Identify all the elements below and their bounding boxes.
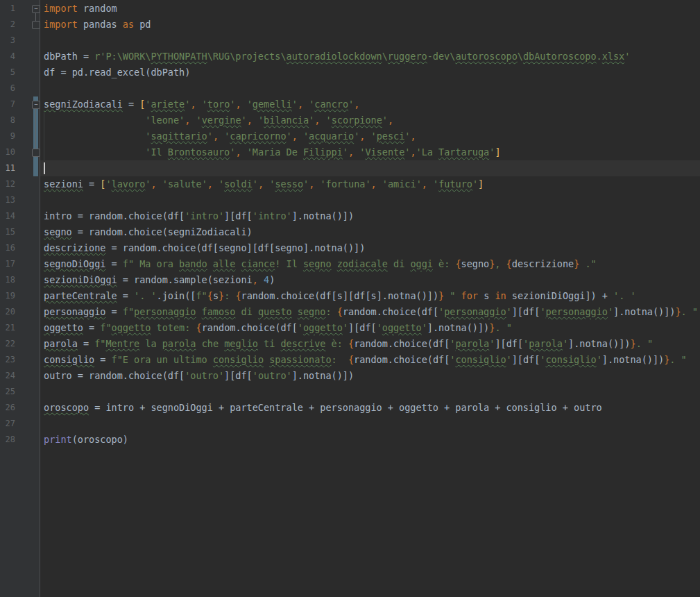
code-line[interactable]: 28print(oroscopo) xyxy=(0,432,700,448)
code-line[interactable]: 16descrizione = random.choice(df[segno][… xyxy=(0,240,700,256)
code-line[interactable]: 1import random xyxy=(0,1,700,17)
code-line[interactable]: 6 xyxy=(0,81,700,96)
code-token: sezioniDiOggi xyxy=(44,274,117,285)
code-token: consiglio xyxy=(545,354,596,365)
code-token: ' xyxy=(219,178,224,190)
code-line[interactable]: 4dbPath = r'P:\WORK\PYTHONPATH\RUG\proje… xyxy=(0,49,700,65)
code-token: random.choice(df[ xyxy=(354,354,450,365)
code-token: , xyxy=(309,178,320,190)
code-token xyxy=(196,306,201,317)
code-text: print(oroscopo) xyxy=(44,432,128,448)
code-line[interactable]: 14intro = random.choice(df['intro'][df['… xyxy=(0,208,700,224)
code-text: 'sagittario', 'capricorno', 'acquario', … xyxy=(44,128,416,144)
code-line[interactable]: 22parola = f"Mentre la parola che meglio… xyxy=(0,336,700,352)
code-line[interactable]: 17segnoDiOggi = f" Ma ora bando alle cia… xyxy=(0,256,700,272)
code-token: bilancia xyxy=(264,115,309,126)
code-token: xlsx xyxy=(602,51,625,62)
code-token: segniZodiacali xyxy=(44,99,123,110)
code-line[interactable]: 9 'sagittario', 'capricorno', 'acquario'… xyxy=(0,128,700,144)
fold-end-icon[interactable] xyxy=(32,149,40,157)
code-token: , xyxy=(410,146,416,158)
code-token: (oroscopo) xyxy=(72,434,128,445)
code-text: outro = random.choice(df['outro'][df['ou… xyxy=(44,368,354,384)
code-token: = random.choice(df[segno][df[segno].notn… xyxy=(105,242,365,253)
code-token: ' xyxy=(326,115,332,126)
vcs-change-marker[interactable] xyxy=(33,160,38,176)
code-token: Filippi xyxy=(303,146,343,158)
code-line[interactable]: 11 xyxy=(0,160,700,176)
code-line[interactable]: 8 'leone', 'vergine', 'bilancia', 'scorp… xyxy=(0,112,700,128)
code-token: ti xyxy=(258,338,281,349)
code-line[interactable]: 5df = pd.read_excel(dbPath) xyxy=(0,65,700,81)
code-line[interactable]: 26oroscopo = intro + segnoDiOggi + parte… xyxy=(0,400,700,416)
code-text: sezioniDiOggi = random.sample(sezioni, 4… xyxy=(44,272,275,288)
line-number: 13 xyxy=(0,192,15,208)
code-token: ." xyxy=(579,258,596,269)
code-line[interactable]: 20personaggio = f"personaggio famoso di … xyxy=(0,304,700,320)
code-token: è: xyxy=(433,258,456,269)
code-token: as xyxy=(123,19,134,30)
code-line[interactable]: 18sezioniDiOggi = random.sample(sezioni,… xyxy=(0,272,700,288)
code-line[interactable]: 19parteCentrale = '. '.join([f"{s}: {ran… xyxy=(0,288,700,304)
code-line[interactable]: 13 xyxy=(0,192,700,208)
code-line[interactable]: 12sezioni = ['lavoro', 'salute', 'soldi'… xyxy=(0,176,700,192)
code-token: autoradiolockdown xyxy=(287,51,382,62)
code-token: ] xyxy=(478,178,484,190)
code-token: ][df[ xyxy=(224,210,253,221)
code-token: ruggero xyxy=(388,51,427,62)
code-token: 'salute' xyxy=(162,178,207,190)
code-token: { xyxy=(348,338,354,349)
code-token xyxy=(207,258,213,269)
code-token: sesso xyxy=(275,178,303,190)
code-token: ' xyxy=(371,131,377,142)
code-token xyxy=(332,258,337,269)
code-line[interactable]: 21oggetto = f"oggetto totem: {random.cho… xyxy=(0,320,700,336)
code-token: , xyxy=(298,99,309,110)
code-token: '. ' xyxy=(613,290,636,301)
code-token: ' xyxy=(343,322,348,333)
code-token: : xyxy=(325,306,336,317)
code-editor[interactable]: 1import random2import pandas as pd34dbPa… xyxy=(0,0,700,597)
code-token: consiglio xyxy=(213,354,264,365)
code-token: = xyxy=(83,322,100,333)
code-token: { xyxy=(235,290,241,301)
code-token: segno xyxy=(461,258,490,269)
code-token: personaggio xyxy=(546,306,608,317)
code-token: gemelli xyxy=(253,99,292,110)
code-token: ' xyxy=(523,338,529,349)
code-token: ' xyxy=(253,178,258,190)
code-line[interactable]: 2import pandas as pd xyxy=(0,17,700,33)
code-line[interactable]: 25 xyxy=(0,384,700,400)
fold-collapse-icon[interactable]: − xyxy=(32,101,40,109)
code-token: random xyxy=(78,3,117,14)
code-token: r'P:\WORK\ xyxy=(94,51,151,62)
code-token: , xyxy=(354,99,359,110)
code-token: soldi xyxy=(224,178,253,190)
code-token: futuro xyxy=(438,178,472,190)
code-token: ' xyxy=(377,322,382,333)
fold-end-icon[interactable] xyxy=(32,21,40,29)
code-line[interactable]: 10 'Il Brontosauro', 'Maria De Filippi',… xyxy=(0,144,700,160)
code-token: , xyxy=(247,115,258,126)
code-line[interactable]: 23consiglio = f"E ora un ultimo consigli… xyxy=(0,352,700,368)
code-token: = xyxy=(94,354,111,365)
code-token: Tartaruga xyxy=(438,146,489,158)
line-number: 9 xyxy=(0,128,15,144)
code-line[interactable]: 24outro = random.choice(df['outro'][df['… xyxy=(0,368,700,384)
code-text: dbPath = r'P:\WORK\PYTHONPATH\RUG\projec… xyxy=(44,49,630,65)
code-token: , xyxy=(371,178,382,190)
code-token: f" xyxy=(94,338,105,349)
code-token: = xyxy=(78,338,94,349)
code-line[interactable]: 15segno = random.choice(segniZodiacali) xyxy=(0,224,700,240)
code-token: = random.choice(segniZodiacali) xyxy=(72,226,253,237)
fold-collapse-icon[interactable]: − xyxy=(32,5,40,13)
code-token: zodiacale xyxy=(337,258,388,269)
code-token: ) xyxy=(269,274,275,285)
code-token: oggi xyxy=(410,258,433,269)
code-line[interactable]: 27 xyxy=(0,416,700,432)
code-text: import pandas as pd xyxy=(44,17,151,33)
code-token: ' xyxy=(608,306,613,317)
code-line[interactable]: 3 xyxy=(0,33,700,49)
code-token: ].notna()]) xyxy=(602,354,664,365)
code-line[interactable]: 7segniZodiacali = ['ariete', 'toro', 'ge… xyxy=(0,96,700,112)
